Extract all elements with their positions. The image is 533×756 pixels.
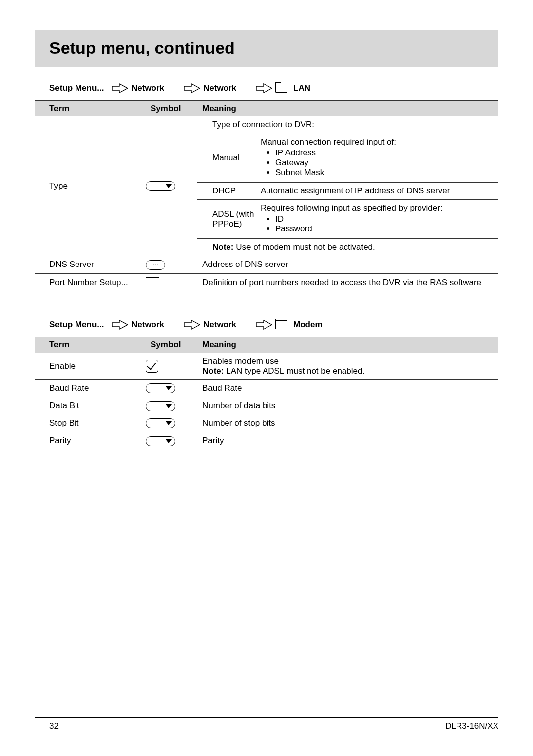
meaning-lead: Type of connection to DVR: [197,116,498,134]
breadcrumb-item: Setup Menu... [49,320,109,330]
bullet: Gateway [275,158,495,168]
term-cell: Parity [35,432,146,450]
bullet: ID [275,214,495,224]
dropdown-icon [146,401,175,411]
option-desc: Requires following input as specified by… [261,200,498,239]
table-row: DNS Server ... Address of DNS server [35,256,498,274]
term-cell: Data Bit [35,397,146,415]
table-row: Type Type of connection to DVR: Manual M… [35,116,498,256]
symbol-cell: ... [146,256,197,274]
table-header-row: Term Symbol Meaning [35,337,498,353]
meaning-cell: Enables modem use Note: LAN type ADSL mu… [197,353,498,380]
tab-icon [275,320,287,329]
dropdown-icon [146,383,175,393]
symbol-cell [146,116,197,256]
arrow-right-icon [184,83,200,93]
table-row: Parity Parity [35,432,498,450]
term-cell: Port Number Setup... [35,273,146,292]
symbol-cell [146,273,197,292]
breadcrumb-lan: Setup Menu... Network Network LAN [35,76,498,101]
checkbox-icon [146,360,158,373]
table-header-row: Term Symbol Meaning [35,101,498,116]
tab-icon [275,84,287,93]
note-text: Use of modem must not be activated. [236,242,375,252]
table-row: Enable Enables modem use Note: LAN type … [35,353,498,380]
page-title: Setup menu, continued [49,38,484,58]
th-symbol: Symbol [146,337,197,353]
th-term: Term [35,101,146,116]
arrow-right-icon [184,320,200,330]
breadcrumb-item: Network [203,83,253,93]
modem-table: Term Symbol Meaning Enable Enables modem… [35,337,498,450]
model-code: DLR3-16N/XX [445,721,498,731]
table-row: Baud Rate Baud Rate [35,379,498,397]
option-name: Manual [197,134,261,183]
th-meaning: Meaning [197,101,498,116]
bullet: Subnet Mask [275,168,495,178]
option-name: ADSL (with PPPoE) [197,200,261,239]
symbol-cell [146,379,197,397]
symbol-cell [146,397,197,415]
breadcrumb-item: LAN [293,83,333,93]
meaning-cell: Definition of port numbers needed to acc… [197,273,498,292]
meaning-cell: Number of data bits [197,397,498,415]
note-text: LAN type ADSL must not be enabled. [226,366,365,376]
bullet: Password [275,224,495,234]
symbol-cell [146,353,197,380]
bullet: IP Address [275,148,495,158]
meaning-cell: Baud Rate [197,379,498,397]
breadcrumb-item: Network [131,83,181,93]
symbol-cell [146,415,197,432]
table-row: Port Number Setup... Definition of port … [35,273,498,292]
table-row: Data Bit Number of data bits [35,397,498,415]
dialog-icon [146,277,159,288]
meaning-cell: Type of connection to DVR: Manual Manual… [197,116,498,256]
meaning-line: Enables modem use [202,356,495,366]
lan-table: Term Symbol Meaning Type Type of connect… [35,101,498,292]
arrow-right-icon [112,83,128,93]
th-term: Term [35,337,146,353]
term-cell: Type [35,116,146,256]
term-cell: DNS Server [35,256,146,274]
dropdown-icon [146,436,175,446]
term-cell: Stop Bit [35,415,146,432]
page-title-bar: Setup menu, continued [35,30,498,67]
meaning-cell: Number of stop bits [197,415,498,432]
option-desc: Manual connection required input of: IP … [261,134,498,183]
term-cell: Enable [35,353,146,380]
note-label: Note: [202,366,224,376]
option-desc: Automatic assignment of IP address of DN… [261,183,498,200]
note-row: Note: Use of modem must not be activated… [197,239,498,256]
arrow-right-icon [256,320,272,330]
breadcrumb-item: Network [131,320,181,330]
th-meaning: Meaning [197,337,498,353]
dropdown-icon [146,418,175,428]
breadcrumb-item: Modem [293,320,333,330]
dropdown-icon [146,181,175,191]
page-number: 32 [35,721,59,731]
ellipsis-button-icon: ... [146,260,165,270]
arrow-right-icon [112,320,128,330]
breadcrumb-item: Setup Menu... [49,83,109,93]
meaning-cell: Address of DNS server [197,256,498,274]
option-name: DHCP [197,183,261,200]
breadcrumb-item: Network [203,320,253,330]
arrow-right-icon [256,83,272,93]
table-row: Stop Bit Number of stop bits [35,415,498,432]
meaning-cell: Parity [197,432,498,450]
option-desc-text: Manual connection required input of: [261,137,396,147]
term-cell: Baud Rate [35,379,146,397]
option-desc-text: Requires following input as specified by… [261,203,443,213]
th-symbol: Symbol [146,101,197,116]
symbol-cell [146,432,197,450]
breadcrumb-modem: Setup Menu... Network Network Modem [35,313,498,337]
note-label: Note: [212,242,233,252]
page-footer: 32 DLR3-16N/XX [35,717,498,731]
